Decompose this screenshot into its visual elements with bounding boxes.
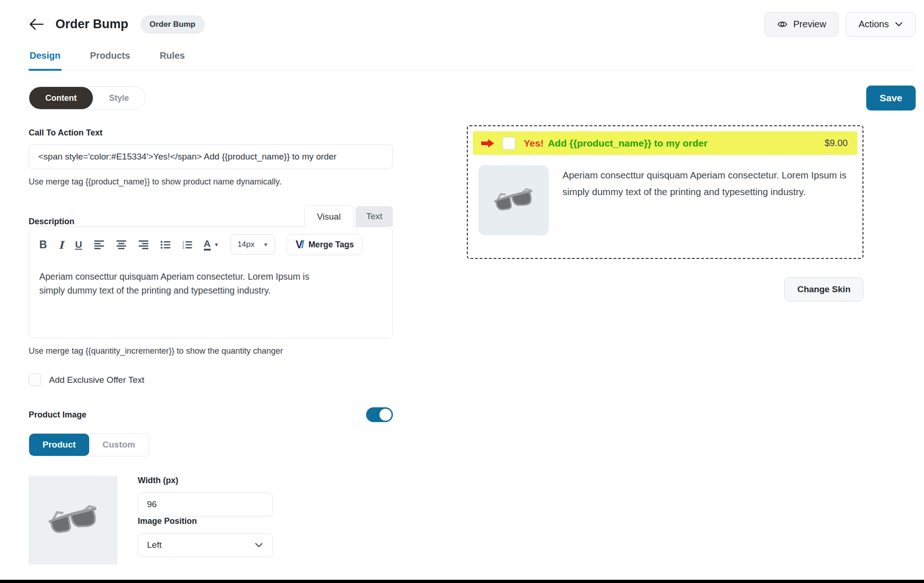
visual-tab[interactable]: Visual <box>304 205 354 227</box>
back-button[interactable] <box>29 18 43 31</box>
description-textarea[interactable]: Aperiam consecttur quisquam Aperiam cons… <box>29 260 329 338</box>
bump-cta-yes: Yes! <box>524 138 544 149</box>
align-left-icon <box>94 240 104 249</box>
content-style-toggle: Content Style <box>29 86 146 110</box>
align-center-button[interactable] <box>116 240 127 249</box>
image-position-select[interactable]: Left <box>138 533 273 557</box>
width-input[interactable] <box>138 492 273 516</box>
image-source-segmented: Product Custom <box>29 433 149 456</box>
product-image-thumbnail <box>29 476 117 565</box>
preview-button[interactable]: Preview <box>765 12 838 37</box>
sunglasses-image <box>46 502 100 539</box>
page-title: Order Bump <box>55 17 129 31</box>
top-bar-left: Order Bump Order Bump <box>29 15 205 34</box>
align-right-icon <box>138 240 149 249</box>
actions-button-label: Actions <box>858 19 889 30</box>
app-root: Order Bump Order Bump Preview Actions De… <box>0 0 924 565</box>
editor-mode-tabs: Visual Text <box>304 205 393 227</box>
description-label: Description <box>29 217 74 227</box>
align-left-button[interactable] <box>94 240 104 249</box>
content-mode-button[interactable]: Content <box>29 87 93 109</box>
bottom-edge-bar <box>0 580 924 583</box>
merge-tags-button[interactable]: V/ Merge Tags <box>287 234 362 255</box>
exclusive-offer-row: Add Exclusive Offer Text <box>29 374 393 386</box>
save-button[interactable]: Save <box>866 86 916 110</box>
align-center-icon <box>116 240 127 249</box>
product-image-label: Product Image <box>29 410 86 420</box>
tab-rules[interactable]: Rules <box>159 50 185 70</box>
description-editor: B I U <box>29 227 393 338</box>
product-image-row: Product Image <box>29 407 393 422</box>
preview-column: Yes! Add {{product_name}} to my order $9… <box>467 125 863 301</box>
funnelkit-logo-icon: V/ <box>295 239 304 251</box>
top-bar-actions: Preview Actions <box>765 12 916 37</box>
text-color-button[interactable]: A ▼ <box>204 239 219 251</box>
bump-cta-bar: Yes! Add {{product_name}} to my order $9… <box>473 131 857 155</box>
font-size-select[interactable]: 14px ▼ <box>231 234 275 255</box>
image-fields: Width (px) Image Position Left <box>138 476 273 565</box>
preview-button-label: Preview <box>793 19 826 30</box>
settings-column: Call To Action Text Use merge tag {{prod… <box>29 128 393 565</box>
style-mode-button[interactable]: Style <box>93 87 145 109</box>
order-bump-preview: Yes! Add {{product_name}} to my order $9… <box>467 125 863 259</box>
description-helper-text: Use merge tag {{quantity_incrementer}} t… <box>29 346 393 356</box>
image-source-custom[interactable]: Custom <box>89 434 149 456</box>
toggle-knob <box>379 409 392 421</box>
exclusive-offer-checkbox[interactable] <box>29 374 41 386</box>
bump-product-image <box>478 165 549 235</box>
caret-down-icon: ▼ <box>214 242 219 247</box>
tab-products[interactable]: Products <box>89 50 131 70</box>
underline-button[interactable]: U <box>75 239 82 250</box>
image-position-value: Left <box>147 540 162 550</box>
image-source-product[interactable]: Product <box>29 434 89 456</box>
cta-label: Call To Action Text <box>29 128 393 138</box>
image-position-label: Image Position <box>138 516 273 526</box>
numbered-list-icon: 1 2 3 <box>182 240 192 249</box>
align-right-button[interactable] <box>138 240 149 249</box>
red-arrow-icon <box>481 139 494 148</box>
bullet-list-icon <box>160 240 171 249</box>
text-color-letter: A <box>204 239 211 251</box>
numbered-list-button[interactable]: 1 2 3 <box>182 240 192 249</box>
bump-cta-rest: Add {{product_name}} to my order <box>548 138 707 149</box>
toolbar-row: Content Style Save <box>29 86 916 110</box>
design-panel: Content Style Save Call To Action Text U… <box>0 86 924 565</box>
cta-helper-text: Use merge tag {{product_name}} to show p… <box>29 177 393 187</box>
text-tab[interactable]: Text <box>355 206 393 227</box>
bullet-list-button[interactable] <box>160 240 171 249</box>
chevron-down-icon <box>894 20 903 29</box>
main-tabs: Design Products Rules <box>29 50 916 71</box>
step-type-badge: Order Bump <box>141 15 205 34</box>
tab-design[interactable]: Design <box>29 50 61 71</box>
description-header: Description Visual Text <box>29 205 393 227</box>
bump-price: $9.00 <box>825 138 848 148</box>
svg-text:3: 3 <box>182 246 184 249</box>
image-settings-row: Width (px) Image Position Left <box>29 476 393 565</box>
italic-button[interactable]: I <box>59 239 64 251</box>
top-bar: Order Bump Order Bump Preview Actions <box>0 0 924 37</box>
font-size-value: 14px <box>238 240 255 249</box>
eye-icon <box>777 19 788 30</box>
caret-down-icon: ▼ <box>263 242 269 247</box>
chevron-down-icon <box>254 540 263 550</box>
width-label: Width (px) <box>138 476 273 485</box>
merge-tags-label: Merge Tags <box>308 240 354 250</box>
editor-columns: Call To Action Text Use merge tag {{prod… <box>29 128 916 565</box>
bump-description: Aperiam consecttur quisquam Aperiam cons… <box>563 165 853 235</box>
cta-input[interactable] <box>29 144 393 169</box>
exclusive-offer-label: Add Exclusive Offer Text <box>49 375 144 385</box>
editor-toolbar: B I U <box>29 227 392 260</box>
skin-row: Change Skin <box>467 277 863 301</box>
actions-button[interactable]: Actions <box>846 12 916 37</box>
bump-cta-text: Yes! Add {{product_name}} to my order <box>524 138 708 149</box>
product-image-toggle[interactable] <box>366 407 393 422</box>
bold-button[interactable]: B <box>39 239 47 251</box>
change-skin-button[interactable]: Change Skin <box>784 277 863 301</box>
bump-body: Aperiam consecttur quisquam Aperiam cons… <box>473 155 857 253</box>
bump-checkbox[interactable] <box>502 137 515 150</box>
back-arrow-icon <box>29 18 43 31</box>
sunglasses-image <box>492 185 535 215</box>
